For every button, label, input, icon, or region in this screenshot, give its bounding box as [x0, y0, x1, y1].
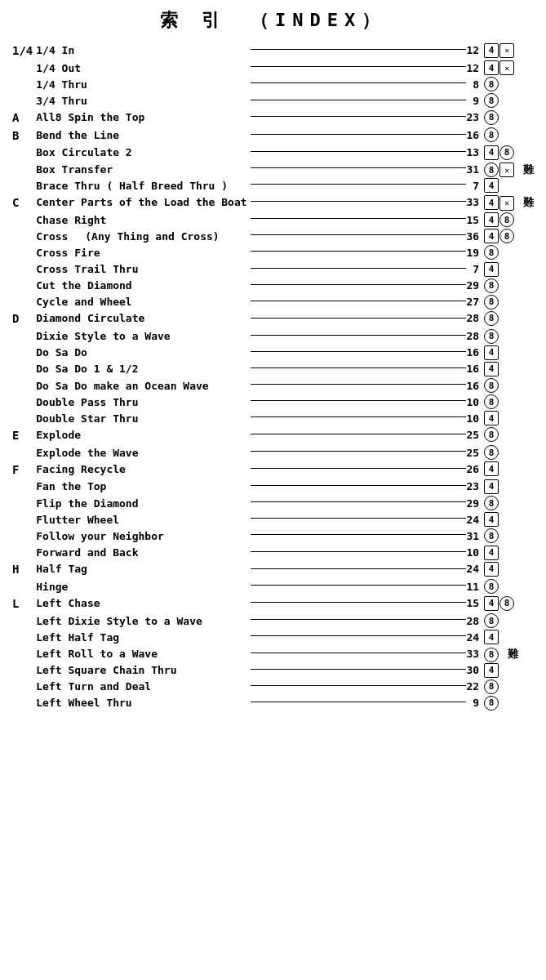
badge-cell: 8: [484, 496, 534, 512]
letter-cell: H: [12, 561, 36, 579]
page-number: 24: [466, 512, 484, 528]
page-title: 索 引 （INDEX）: [12, 8, 534, 33]
badge-cell: 8✕ 難: [484, 162, 534, 178]
letter-cell: [12, 245, 36, 261]
entry-name: Left Roll to a Wave: [36, 646, 250, 662]
table-row: Flip the Diamond298: [12, 496, 534, 512]
badge-cell: 8 難: [484, 646, 534, 662]
dots-cell: [251, 194, 467, 212]
table-row: AAll8 Spin the Top238: [12, 109, 534, 127]
badge-cell: 4✕: [484, 60, 534, 77]
table-row: Left Dixie Style to a Wave288: [12, 613, 534, 630]
dots-cell: [251, 229, 467, 245]
table-row: 1/4 Out124✕: [12, 60, 534, 77]
entry-name: Chase Right: [36, 212, 250, 229]
badge-cell: 4: [484, 479, 534, 495]
badge-cell: 4: [484, 361, 534, 377]
entry-name: Diamond Circulate: [36, 310, 250, 328]
table-row: Chase Right1548: [12, 212, 534, 229]
letter-cell: C: [12, 194, 36, 212]
entry-name: Facing Recycle: [36, 461, 250, 479]
table-row: Double Star Thru104: [12, 411, 534, 427]
badge-cell: 4: [484, 630, 534, 646]
letter-cell: [12, 545, 36, 561]
entry-name: Left Turn and Deal: [36, 679, 250, 695]
letter-cell: [12, 445, 36, 461]
page-number: 29: [466, 496, 484, 512]
table-row: Fan the Top234: [12, 479, 534, 495]
difficulty-label: 難: [501, 648, 518, 660]
entry-name: Double Pass Thru: [36, 394, 250, 411]
table-row: HHalf Tag244: [12, 561, 534, 579]
page-number: 28: [466, 310, 484, 328]
entry-name: Left Dixie Style to a Wave: [36, 613, 250, 630]
dots-cell: [251, 679, 467, 695]
table-row: Follow your Neighbor318: [12, 528, 534, 545]
table-row: EExplode258: [12, 427, 534, 445]
badge-cell: 4: [484, 662, 534, 679]
letter-cell: [12, 679, 36, 695]
badge-cell: 8: [484, 613, 534, 630]
badge-cell: 4: [484, 512, 534, 528]
page-number: 7: [466, 178, 484, 194]
letter-cell: [12, 695, 36, 711]
letter-cell: E: [12, 427, 36, 445]
dots-cell: [251, 345, 467, 361]
entry-name: Do Sa Do: [36, 345, 250, 361]
table-row: FFacing Recycle264: [12, 461, 534, 479]
entry-name: Brace Thru ( Half Breed Thru ): [36, 178, 250, 194]
table-row: Cross Fire198: [12, 245, 534, 261]
letter-cell: [12, 662, 36, 679]
entry-name: Cut the Diamond: [36, 278, 250, 294]
letter-cell: [12, 646, 36, 662]
entry-name: Center Parts of the Load the Boat: [36, 194, 250, 212]
letter-cell: [12, 229, 36, 245]
letter-cell: [12, 261, 36, 278]
badge-cell: 8: [484, 427, 534, 445]
entry-name: Double Star Thru: [36, 411, 250, 427]
page-number: 16: [466, 345, 484, 361]
page-number: 16: [466, 361, 484, 377]
difficulty-label: 難: [517, 196, 534, 208]
dots-cell: [251, 512, 467, 528]
badge-cell: 8: [484, 294, 534, 310]
page-number: 19: [466, 245, 484, 261]
page-number: 15: [466, 212, 484, 229]
letter-cell: [12, 361, 36, 377]
table-row: 1/4 Thru88: [12, 77, 534, 93]
letter-cell: [12, 345, 36, 361]
table-row: Forward and Back104: [12, 545, 534, 561]
page-number: 13: [466, 145, 484, 161]
index-table: 1/41/4 In124✕1/4 Out124✕1/4 Thru883/4 Th…: [12, 42, 534, 712]
page-number: 10: [466, 545, 484, 561]
page-number: 24: [466, 630, 484, 646]
entry-name: Flutter Wheel: [36, 512, 250, 528]
badge-cell: 48: [484, 212, 534, 229]
page-number: 29: [466, 278, 484, 294]
letter-cell: [12, 328, 36, 345]
badge-cell: 8: [484, 328, 534, 345]
page-number: 12: [466, 42, 484, 60]
letter-cell: [12, 93, 36, 109]
page-number: 11: [466, 579, 484, 595]
page-number: 31: [466, 162, 484, 178]
letter-cell: [12, 512, 36, 528]
page-number: 36: [466, 229, 484, 245]
badge-cell: 8: [484, 695, 534, 711]
badge-cell: 4✕: [484, 42, 534, 60]
page-number: 33: [466, 646, 484, 662]
difficulty-label: 難: [517, 163, 534, 176]
letter-cell: [12, 411, 36, 427]
badge-cell: 8: [484, 445, 534, 461]
dots-cell: [251, 294, 467, 310]
entry-name: Hinge: [36, 579, 250, 595]
dots-cell: [251, 528, 467, 545]
page-number: 25: [466, 427, 484, 445]
entry-name: Dixie Style to a Wave: [36, 328, 250, 345]
entry-name: 1/4 Thru: [36, 77, 250, 93]
page-number: 16: [466, 378, 484, 394]
page-number: 16: [466, 127, 484, 145]
dots-cell: [251, 579, 467, 595]
table-row: LLeft Chase1548: [12, 595, 534, 613]
page-number: 23: [466, 109, 484, 127]
